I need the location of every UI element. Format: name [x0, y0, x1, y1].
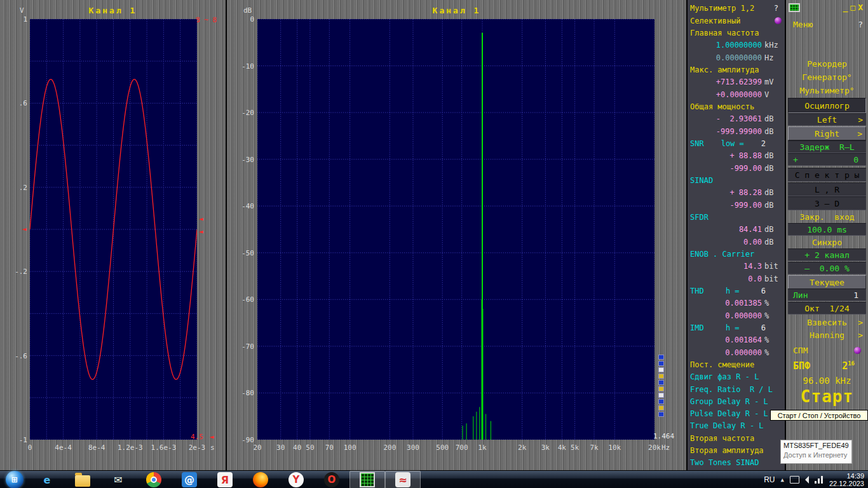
yandex-browser[interactable]: Y — [278, 471, 314, 488]
measure-label-row[interactable]: THDh =6 — [688, 285, 785, 297]
legend-square[interactable] — [658, 412, 664, 417]
measure-label-row[interactable]: SNRlow =2 — [688, 137, 785, 149]
closed-input-value[interactable]: 100.0 ms — [788, 223, 866, 236]
minimize-button[interactable]: _ — [843, 3, 851, 12]
recorder-button[interactable]: Рекордер — [788, 57, 866, 70]
legend-square[interactable] — [658, 399, 664, 404]
mail-agent[interactable]: @ — [172, 471, 207, 488]
scope-y-tick: -.6 — [15, 352, 27, 360]
right-channel-button[interactable]: Right > — [788, 126, 866, 140]
keyboard-icon[interactable] — [790, 476, 799, 484]
lin-value[interactable]: 1 — [853, 290, 858, 300]
measure-label-row[interactable]: Group Delay R - L — [688, 395, 785, 407]
measure-label-row[interactable]: Freq. Ratio R / L — [688, 383, 785, 395]
measure-label-row[interactable]: Макс. амплитуда — [688, 64, 785, 76]
internet-explorer[interactable]: e — [29, 471, 65, 488]
legend-square[interactable] — [658, 393, 664, 398]
sync-label[interactable]: Синхро — [788, 236, 866, 248]
oscillograph-button[interactable]: Осциллогр — [788, 98, 866, 113]
scope-level-marker-2[interactable]: ◄ — [199, 227, 203, 236]
clock[interactable]: 14:39 22.12.2023 — [829, 472, 864, 487]
left-channel-button[interactable]: Left > — [788, 113, 866, 126]
closed-input-label[interactable]: Закр. вход — [788, 210, 866, 223]
explorer-folder[interactable] — [65, 471, 100, 488]
delay-rl-label[interactable]: Задерж R–L — [788, 140, 866, 153]
legend-square[interactable] — [658, 386, 664, 391]
spectrum-x-tick: 300 — [407, 444, 419, 452]
multimeter-help-button[interactable]: ? — [774, 4, 778, 13]
measure-value-row: 0.00000000Hz — [688, 51, 785, 64]
legend-square[interactable] — [658, 367, 664, 372]
legend-square[interactable] — [658, 361, 664, 366]
tray-expand-icon[interactable]: ▲ — [781, 477, 784, 483]
volume-icon[interactable] — [805, 476, 809, 484]
octave-button[interactable]: Окт 1/24 — [788, 302, 866, 315]
opera-browser[interactable]: O — [314, 471, 349, 488]
spectra-button[interactable]: С п е к т р ы — [788, 168, 866, 182]
spectra-lr-button[interactable]: L , R — [788, 182, 866, 196]
email-client[interactable]: ✉ — [100, 471, 136, 488]
measure-value-row: 0.001385% — [688, 297, 785, 309]
measure-value-row: +713.62399mV — [688, 76, 785, 88]
legend-square[interactable] — [658, 380, 664, 385]
measure-label-row[interactable]: Общая мощность — [688, 100, 785, 112]
network-name: MTS835FT_FEDE49 — [783, 442, 849, 449]
oscilloscope-panel: Канал 1 V 8 ~ 8 1.6.2-.2-.6-1 04e-48e-41… — [0, 0, 226, 470]
analyzer-app[interactable] — [349, 471, 385, 488]
scope-plot[interactable] — [30, 19, 197, 440]
sync-percent[interactable]: – 0.00 % — [788, 262, 866, 274]
spectrum-x-tick: 2k — [518, 444, 526, 452]
generator-button[interactable]: Генератор° — [788, 71, 866, 83]
spectra-app[interactable]: ≈ — [385, 471, 421, 488]
measure-label-row[interactable]: Главная частота — [688, 27, 785, 39]
measure-label-row[interactable]: Сдвиг фаз R - L — [688, 371, 785, 383]
measure-label-row[interactable]: True Delay R - L — [688, 420, 785, 432]
lin-label[interactable]: Лин — [793, 290, 808, 300]
spm-led-indicator[interactable] — [854, 347, 861, 354]
legend-square[interactable] — [658, 355, 664, 360]
measure-label-row[interactable]: SINAD — [688, 174, 785, 186]
multimeter-button[interactable]: Мультиметр° — [788, 84, 866, 97]
spectrum-trace-svg — [257, 19, 654, 440]
sync-channel[interactable]: + 2 канал — [788, 248, 866, 261]
legend-square[interactable] — [658, 374, 664, 379]
current-button[interactable]: Текущее — [788, 275, 866, 289]
scope-level-marker-1[interactable]: ◄ — [199, 215, 203, 223]
yandex[interactable]: Я — [207, 471, 243, 488]
selective-led-indicator[interactable] — [775, 17, 782, 24]
sample-rate-value[interactable]: 96.00 kHz — [788, 374, 866, 387]
menu-button[interactable]: Меню — [793, 20, 813, 29]
network-icon[interactable] — [815, 476, 824, 484]
measure-label-row[interactable]: SFDR — [688, 211, 785, 223]
measure-label-row[interactable]: Вторая частота — [688, 432, 785, 444]
close-button[interactable]: X — [858, 3, 865, 12]
measure-label-row[interactable]: IMDh =6 — [688, 322, 785, 334]
control-titlebar: _□X — [789, 3, 865, 14]
delay-sign[interactable]: + — [793, 155, 798, 165]
firefox-browser[interactable] — [243, 471, 278, 488]
measure-label-row[interactable]: Пост. смещение — [688, 358, 785, 370]
delay-value[interactable]: 0 — [853, 155, 858, 165]
measure-value-row: +0.0000000V — [688, 88, 785, 100]
multimeter-header: Мультиметр 1,2 ? — [690, 2, 782, 14]
window-function-button[interactable]: Hanning — [810, 330, 844, 340]
measure-label-row[interactable]: Вторая амплитуда — [688, 444, 785, 456]
measure-label-row[interactable]: ENOB . Carrier — [688, 248, 785, 260]
app-icon[interactable] — [789, 3, 800, 12]
chrome-browser[interactable] — [136, 471, 172, 488]
start-button[interactable]: ⊞ — [0, 471, 29, 488]
legend-square[interactable] — [658, 405, 664, 410]
measure-label-row[interactable]: Two Tones SINAD — [688, 457, 785, 469]
scope-trigger-marker[interactable]: ◄ — [22, 225, 27, 233]
spectra-3d-button[interactable]: 3 – D — [788, 196, 866, 210]
help-button[interactable]: ? — [858, 20, 863, 29]
measure-label-row[interactable]: Селективный — [688, 15, 785, 27]
start-button[interactable]: Старт — [788, 386, 866, 407]
spectrum-y-ticks: 0-10-20-30-40-50-60-70-80-90 — [233, 0, 254, 470]
scope-bottom-marker-arrow[interactable]: ◄ — [210, 433, 214, 441]
maximize-button[interactable]: □ — [850, 3, 858, 12]
spectrum-panel: Канал 1 dB 0-10-20-30-40-50-60-70-80-90 … — [227, 0, 686, 470]
spectrum-plot[interactable] — [257, 19, 654, 440]
language-indicator[interactable]: RU — [764, 475, 775, 484]
weighting-button[interactable]: Взвесить — [807, 318, 847, 327]
